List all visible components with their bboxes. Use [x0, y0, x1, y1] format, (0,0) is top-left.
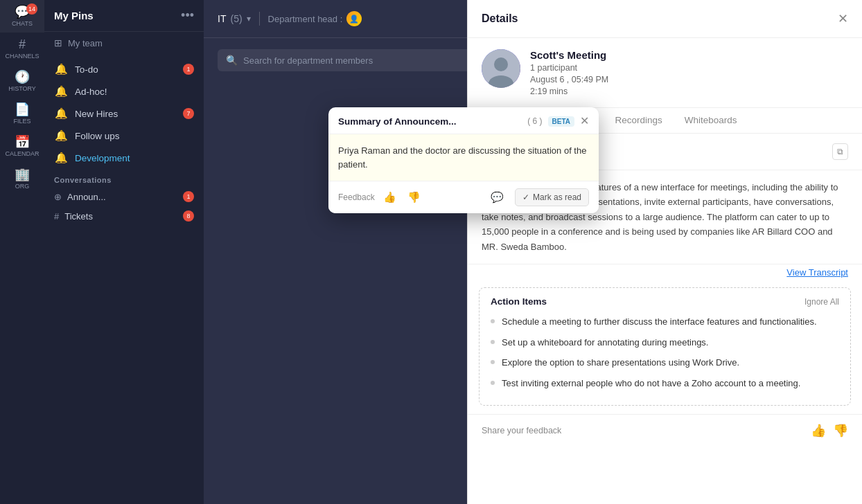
- announ-badge: 1: [183, 191, 194, 202]
- meeting-name: Scott's Meeting: [530, 49, 608, 61]
- announ-label: Announ...: [67, 192, 177, 202]
- newhires-label: New Hires: [75, 109, 176, 119]
- popup-header: Summary of Announcem... ( 6 ) BETA ✕: [328, 107, 599, 134]
- sidebar-my-team[interactable]: ⊞ My team: [44, 32, 204, 54]
- action-item-text-1: Schedule a meeting to further discuss th…: [502, 315, 817, 329]
- sidebar-title: My Pins: [54, 10, 94, 21]
- avatar-image: [482, 49, 520, 88]
- popup-close-button[interactable]: ✕: [580, 116, 589, 127]
- left-navigation: 💬 CHATS 14 # CHANNELS 🕐 HISTORY 📄 FILES …: [0, 0, 44, 504]
- mark-read-icon: ✓: [522, 192, 529, 202]
- sidebar-item-tickets[interactable]: # Tickets 8: [44, 206, 204, 226]
- sidebar-item-newhires[interactable]: 🔔 New Hires 7: [44, 102, 204, 125]
- nav-item-org[interactable]: 🏢 ORG: [0, 163, 44, 195]
- sidebar: My Pins ••• ⊞ My team 🔔 To-do 1 🔔 Ad-hoc…: [44, 0, 204, 504]
- action-item-dot: [491, 360, 495, 364]
- nav-label-files: FILES: [13, 118, 30, 125]
- development-label: Development: [75, 153, 194, 163]
- action-item-text-2: Set up a whiteboard for annotating durin…: [502, 336, 708, 350]
- followups-icon: 🔔: [54, 129, 68, 142]
- popup-beta-badge: BETA: [548, 116, 574, 127]
- popup-title: Summary of Announcem...: [338, 116, 522, 127]
- copy-summary-button[interactable]: ⧉: [832, 143, 848, 160]
- action-item-dot: [491, 381, 495, 385]
- details-close-button[interactable]: ✕: [838, 11, 848, 26]
- sidebar-item-todo[interactable]: 🔔 To-do 1: [44, 58, 204, 80]
- view-transcript-button[interactable]: View Transcript: [468, 264, 862, 287]
- it-dept-label: Department head : 👤: [268, 11, 362, 26]
- sidebar-item-adhoc[interactable]: 🔔 Ad-hoc!: [44, 80, 204, 102]
- newhires-badge: 7: [183, 108, 194, 119]
- tab-recordings[interactable]: Recordings: [604, 108, 674, 134]
- adhoc-icon: 🔔: [54, 85, 68, 98]
- summary-popup: Summary of Announcem... ( 6 ) BETA ✕ Pri…: [328, 107, 599, 213]
- mark-as-read-button[interactable]: ✓ Mark as read: [515, 188, 589, 206]
- tickets-label: Tickets: [64, 211, 177, 222]
- nav-item-history[interactable]: 🕐 HISTORY: [0, 65, 44, 98]
- tab-whiteboards[interactable]: Whiteboards: [674, 108, 748, 134]
- meeting-participants: 1 participant: [530, 63, 608, 73]
- chats-badge: 14: [26, 3, 37, 15]
- details-panel: Details ✕ Scott's Meeting 1 participant …: [467, 0, 862, 504]
- nav-item-files[interactable]: 📄 FILES: [0, 98, 44, 130]
- dept-avatar: 👤: [346, 11, 362, 26]
- nav-item-calendar[interactable]: 📅 CALENDAR: [0, 130, 44, 163]
- details-thumbup-button[interactable]: 👍: [811, 423, 826, 438]
- thumbdown-button[interactable]: 👎: [405, 190, 423, 205]
- thumbup-button[interactable]: 👍: [380, 190, 399, 205]
- popup-summary-text: Priya Raman and the doctor are discussin…: [338, 145, 586, 170]
- nav-label-calendar: CALENDAR: [5, 150, 39, 157]
- chat-icon: 💬: [491, 191, 504, 203]
- sidebar-more-button[interactable]: •••: [181, 8, 194, 23]
- nav-label-channels: CHANNELS: [5, 53, 39, 60]
- todo-badge: 1: [183, 64, 194, 75]
- it-filter-chevron-icon: ▾: [247, 14, 251, 24]
- feedback-placeholder: Share your feedback: [482, 426, 804, 435]
- development-icon: 🔔: [54, 152, 68, 164]
- main-area: IT (5) ▾ Department head : 👤 🔍 Summary o…: [204, 0, 862, 504]
- calendar-icon: 📅: [15, 136, 30, 148]
- svg-point-1: [494, 57, 508, 71]
- nav-item-channels[interactable]: # CHANNELS: [0, 33, 44, 65]
- details-panel-title: Details: [482, 12, 518, 25]
- action-item: Explore the option to share presentation…: [491, 356, 839, 370]
- details-thumbdown-button[interactable]: 👎: [833, 423, 848, 438]
- channels-icon: #: [19, 38, 26, 51]
- it-filter-button[interactable]: IT (5) ▾: [218, 13, 251, 24]
- action-item-text-3: Explore the option to share presentation…: [502, 356, 739, 370]
- details-header: Details ✕: [468, 0, 862, 38]
- popup-chat-button[interactable]: 💬: [485, 188, 509, 206]
- announ-icon: ⊕: [54, 192, 62, 202]
- todo-label: To-do: [75, 64, 176, 75]
- it-filter-label: IT: [218, 13, 226, 24]
- action-item-dot: [491, 319, 495, 323]
- action-items-title: Action Items: [491, 296, 547, 307]
- action-item: Set up a whiteboard for annotating durin…: [491, 336, 839, 350]
- details-feedback-row: Share your feedback 👍 👎: [468, 414, 862, 447]
- meeting-meta: Scott's Meeting 1 participant August 6 ,…: [530, 49, 608, 96]
- nav-item-chats[interactable]: 💬 CHATS 14: [0, 0, 44, 33]
- tickets-badge: 8: [183, 210, 194, 222]
- tickets-icon: #: [54, 211, 59, 222]
- sidebar-item-development[interactable]: 🔔 Development: [44, 147, 204, 169]
- popup-count: ( 6 ): [527, 116, 542, 126]
- sidebar-pinned-section: 🔔 To-do 1 🔔 Ad-hoc! 🔔 New Hires 7 🔔 Foll…: [44, 54, 204, 504]
- meeting-avatar: [482, 49, 520, 88]
- meeting-date: August 6 , 05:49 PM: [530, 75, 608, 84]
- sidebar-item-followups[interactable]: 🔔 Follow ups: [44, 125, 204, 147]
- files-icon: 📄: [15, 103, 30, 116]
- newhires-icon: 🔔: [54, 107, 68, 120]
- popup-content: Priya Raman and the doctor are discussin…: [328, 134, 599, 181]
- todo-icon: 🔔: [54, 63, 68, 75]
- nav-label-chats: CHATS: [12, 20, 33, 27]
- action-item-text-4: Test inviting external people who do not…: [502, 377, 800, 390]
- team-label: My team: [68, 38, 103, 48]
- history-icon: 🕐: [15, 71, 30, 83]
- conversations-section-label: Conversations: [44, 169, 204, 187]
- sidebar-item-announ[interactable]: ⊕ Announ... 1: [44, 187, 204, 206]
- ignore-all-button[interactable]: Ignore All: [804, 297, 839, 307]
- it-divider: [259, 12, 260, 26]
- followups-label: Follow ups: [75, 131, 194, 141]
- meeting-info: Scott's Meeting 1 participant August 6 ,…: [468, 38, 862, 108]
- sidebar-header: My Pins •••: [44, 0, 204, 32]
